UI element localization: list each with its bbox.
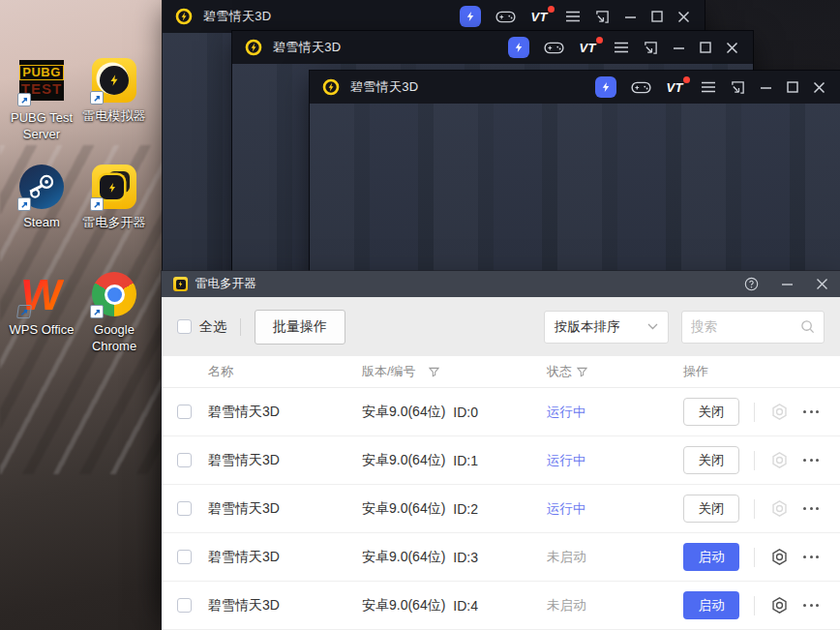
- sort-dropdown-value: 按版本排序: [555, 318, 620, 336]
- action-button[interactable]: 启动: [683, 591, 739, 619]
- action-button[interactable]: 关闭: [683, 446, 739, 474]
- instance-table: 名称 版本/编号 状态 操作 碧雪情天3D 安卓9.0(64位) ID:0: [162, 356, 840, 630]
- close-icon[interactable]: [726, 42, 738, 54]
- minimize-icon[interactable]: [781, 278, 794, 290]
- vt-badge[interactable]: VT: [666, 80, 686, 95]
- window-title: 碧雪情天3D: [203, 8, 271, 25]
- row-checkbox[interactable]: [177, 501, 192, 516]
- chrome-icon: [92, 272, 136, 316]
- instance-id: ID:1: [453, 453, 478, 468]
- table-row: 碧雪情天3D 安卓9.0(64位) ID:4 未启动 启动: [162, 582, 840, 630]
- row-checkbox[interactable]: [177, 453, 192, 467]
- menu-icon[interactable]: [565, 11, 581, 22]
- desktop-icon-label: 雷电多开器: [76, 215, 152, 231]
- action-divider: [754, 499, 755, 519]
- multi-instance-manager-window: 雷电多开器 全选 批量操作 按版本排序: [162, 271, 840, 630]
- sort-dropdown[interactable]: 按版本排序: [544, 311, 669, 344]
- manager-toolbar: 全选 批量操作 按版本排序: [162, 297, 840, 356]
- close-icon[interactable]: [677, 11, 690, 23]
- emulator-titlebar[interactable]: 碧雪情天3D VT: [232, 31, 753, 64]
- help-icon[interactable]: [744, 277, 759, 291]
- shrink-window-icon[interactable]: [644, 41, 658, 55]
- desktop-icon-label: Steam: [4, 215, 79, 231]
- desktop-icon-ldplayer[interactable]: 雷电模拟器: [76, 58, 152, 125]
- desktop-icon-ld-multiplayer[interactable]: 雷电多开器: [76, 165, 152, 231]
- desktop-icon-pubg-test-server[interactable]: PUBG TEST PUBG Test Server: [4, 58, 79, 143]
- boost-icon[interactable]: [460, 6, 481, 27]
- ldplayer-logo-icon: [174, 7, 194, 26]
- window-title: 碧雪情天3D: [273, 39, 341, 56]
- manager-window-title: 雷电多开器: [195, 276, 256, 292]
- instance-version: 安卓9.0(64位): [362, 597, 445, 615]
- emulator-titlebar[interactable]: 碧雪情天3D VT: [310, 71, 840, 104]
- boost-icon[interactable]: [508, 37, 529, 58]
- action-button[interactable]: 关闭: [683, 495, 739, 523]
- gamepad-icon[interactable]: [631, 80, 651, 95]
- header-version: 版本/编号: [362, 363, 545, 380]
- more-options-icon[interactable]: [803, 555, 819, 558]
- instance-name: 碧雪情天3D: [206, 500, 362, 518]
- ldplayer-logo-icon: [244, 38, 263, 57]
- table-row: 碧雪情天3D 安卓9.0(64位) ID:2 运行中 关闭: [162, 485, 840, 533]
- desktop-icon-wps-office[interactable]: W WPS Office: [4, 272, 79, 339]
- more-options-icon[interactable]: [803, 507, 819, 510]
- select-all-checkbox[interactable]: [177, 319, 192, 334]
- gamepad-icon[interactable]: [544, 41, 564, 55]
- filter-icon[interactable]: [429, 367, 439, 377]
- settings-gear-icon[interactable]: [769, 595, 790, 615]
- instance-id: ID:4: [453, 598, 478, 614]
- instance-name: 碧雪情天3D: [206, 452, 362, 469]
- table-row: 碧雪情天3D 安卓9.0(64位) ID:1 运行中 关闭: [162, 436, 840, 485]
- shortcut-arrow-icon: [16, 305, 32, 318]
- instance-version: 安卓9.0(64位): [362, 404, 445, 421]
- row-checkbox[interactable]: [177, 550, 192, 564]
- table-row: 碧雪情天3D 安卓9.0(64位) ID:0 运行中 关闭: [162, 388, 840, 436]
- action-divider: [754, 451, 755, 470]
- desktop-icon-label: Google Chrome: [76, 322, 152, 355]
- shortcut-arrow-icon: [90, 197, 104, 211]
- search-box: [681, 311, 825, 344]
- menu-icon[interactable]: [701, 81, 716, 93]
- settings-gear-icon[interactable]: [769, 402, 790, 422]
- shrink-window-icon[interactable]: [595, 10, 610, 24]
- settings-gear-icon[interactable]: [769, 450, 790, 470]
- status-text: 运行中: [547, 405, 586, 419]
- status-text: 运行中: [547, 453, 586, 467]
- action-button[interactable]: 关闭: [683, 398, 739, 426]
- vt-badge[interactable]: VT: [579, 41, 599, 55]
- batch-operations-button[interactable]: 批量操作: [255, 310, 345, 345]
- emulator-titlebar[interactable]: 碧雪情天3D VT: [163, 0, 705, 33]
- instance-name: 碧雪情天3D: [206, 404, 362, 421]
- row-checkbox[interactable]: [177, 598, 192, 613]
- action-button[interactable]: 启动: [683, 543, 739, 571]
- vt-badge[interactable]: VT: [530, 10, 551, 24]
- header-name: 名称: [206, 363, 362, 380]
- desktop-icon-steam[interactable]: Steam: [4, 165, 79, 231]
- maximize-icon[interactable]: [787, 81, 798, 93]
- shrink-window-icon[interactable]: [731, 80, 745, 95]
- desktop-icon-google-chrome[interactable]: Google Chrome: [76, 272, 152, 355]
- minimize-icon[interactable]: [673, 42, 685, 54]
- maximize-icon[interactable]: [700, 42, 711, 53]
- instance-name: 碧雪情天3D: [206, 549, 362, 566]
- settings-gear-icon[interactable]: [769, 547, 790, 567]
- close-icon[interactable]: [813, 81, 825, 94]
- instance-version: 安卓9.0(64位): [362, 452, 445, 469]
- more-options-icon[interactable]: [803, 604, 819, 607]
- settings-gear-icon[interactable]: [769, 498, 790, 519]
- manager-titlebar[interactable]: 雷电多开器: [162, 271, 840, 297]
- more-options-icon[interactable]: [803, 459, 819, 462]
- minimize-icon[interactable]: [624, 11, 637, 23]
- minimize-icon[interactable]: [760, 81, 772, 94]
- ld-multiplayer-icon: [92, 165, 136, 209]
- search-input[interactable]: [691, 319, 800, 334]
- maximize-icon[interactable]: [651, 11, 663, 22]
- boost-icon[interactable]: [595, 76, 616, 98]
- filter-icon[interactable]: [577, 367, 587, 377]
- menu-icon[interactable]: [614, 42, 629, 53]
- close-icon[interactable]: [816, 278, 828, 290]
- gamepad-icon[interactable]: [495, 10, 516, 24]
- more-options-icon[interactable]: [803, 410, 819, 413]
- row-checkbox[interactable]: [177, 405, 192, 419]
- steam-icon: [19, 165, 64, 209]
